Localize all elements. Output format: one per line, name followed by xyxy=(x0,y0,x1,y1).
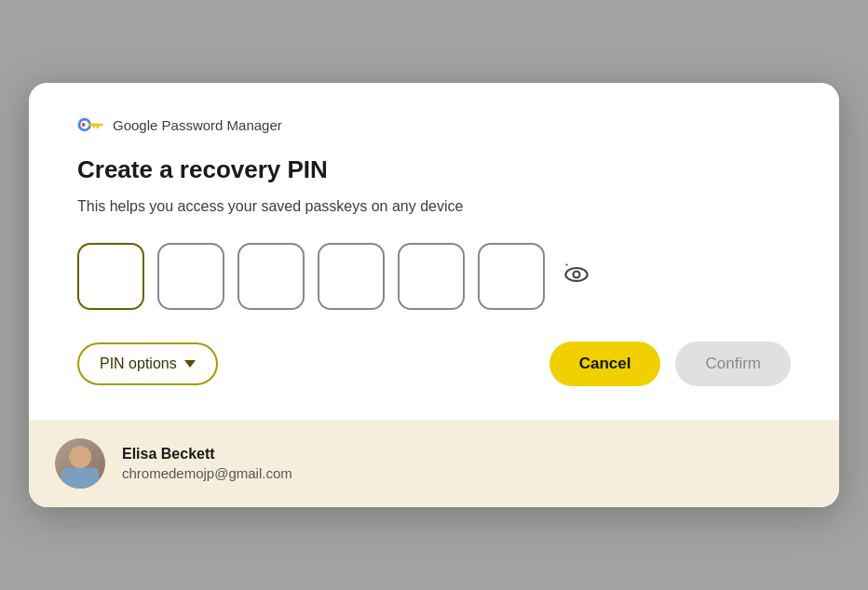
pin-field-2[interactable] xyxy=(157,243,224,310)
modal-body: Google Password Manager Create a recover… xyxy=(29,83,839,419)
modal-dialog: Google Password Manager Create a recover… xyxy=(29,83,839,506)
chevron-down-icon xyxy=(184,360,196,368)
confirm-button[interactable]: Confirm xyxy=(675,342,791,386)
action-buttons: Cancel Confirm xyxy=(549,342,791,386)
modal-title: Create a recovery PIN xyxy=(77,155,791,184)
modal-subtitle: This helps you access your saved passkey… xyxy=(77,198,791,215)
pin-field-1[interactable] xyxy=(77,243,144,310)
avatar-shirt xyxy=(61,468,99,489)
pin-field-5[interactable] xyxy=(398,243,465,310)
user-avatar xyxy=(55,438,105,489)
svg-point-6 xyxy=(574,272,580,278)
google-key-icon xyxy=(77,116,103,133)
user-email: chromedemojp@gmail.com xyxy=(122,465,292,481)
app-name-label: Google Password Manager xyxy=(113,117,282,133)
avatar-head xyxy=(69,446,91,468)
eye-icon xyxy=(563,261,590,290)
app-header: Google Password Manager xyxy=(77,116,791,133)
pin-options-label: PIN options xyxy=(100,355,177,372)
cancel-button[interactable]: Cancel xyxy=(549,342,661,386)
pin-field-4[interactable] xyxy=(318,243,385,310)
user-footer: Elisa Beckett chromedemojp@gmail.com xyxy=(29,420,839,507)
button-row: PIN options Cancel Confirm xyxy=(77,342,791,386)
pin-options-button[interactable]: PIN options xyxy=(77,342,218,385)
user-info: Elisa Beckett chromedemojp@gmail.com xyxy=(122,446,292,481)
svg-point-5 xyxy=(565,268,587,281)
avatar-figure xyxy=(55,438,105,489)
svg-point-4 xyxy=(82,123,86,127)
toggle-visibility-button[interactable] xyxy=(558,256,595,296)
pin-field-6[interactable] xyxy=(478,243,545,310)
pin-field-3[interactable] xyxy=(237,243,305,310)
pin-input-row xyxy=(77,243,791,310)
user-name: Elisa Beckett xyxy=(122,446,292,463)
